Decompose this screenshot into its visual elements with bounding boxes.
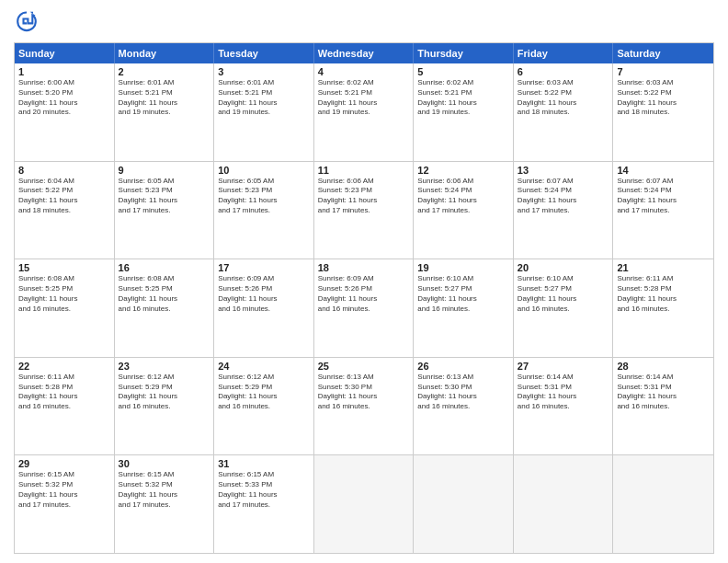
logo-icon	[14, 9, 40, 35]
day-number: 14	[617, 165, 710, 176]
calendar-header: SundayMondayTuesdayWednesdayThursdayFrid…	[15, 43, 713, 63]
day-number: 13	[518, 165, 609, 176]
day-details: Sunrise: 6:01 AM Sunset: 5:21 PM Dayligh…	[119, 78, 210, 118]
calendar-cell: 8Sunrise: 6:04 AM Sunset: 5:22 PM Daylig…	[15, 162, 115, 259]
day-number: 26	[417, 361, 509, 372]
calendar-cell: 20Sunrise: 6:10 AM Sunset: 5:27 PM Dayli…	[514, 259, 614, 357]
page: SundayMondayTuesdayWednesdayThursdayFrid…	[0, 0, 728, 563]
header-day-thursday: Thursday	[414, 43, 514, 63]
day-details: Sunrise: 6:09 AM Sunset: 5:26 PM Dayligh…	[218, 274, 310, 314]
header-day-wednesday: Wednesday	[314, 43, 415, 63]
day-details: Sunrise: 6:13 AM Sunset: 5:30 PM Dayligh…	[318, 373, 410, 412]
day-number: 28	[617, 361, 710, 372]
header-day-sunday: Sunday	[15, 43, 115, 63]
day-details: Sunrise: 6:09 AM Sunset: 5:26 PM Dayligh…	[318, 274, 410, 314]
day-details: Sunrise: 6:08 AM Sunset: 5:25 PM Dayligh…	[18, 274, 110, 314]
calendar-cell: 4Sunrise: 6:02 AM Sunset: 5:21 PM Daylig…	[314, 63, 415, 161]
calendar-cell: 24Sunrise: 6:12 AM Sunset: 5:29 PM Dayli…	[214, 358, 314, 455]
header-day-tuesday: Tuesday	[214, 43, 314, 63]
day-number: 29	[18, 458, 110, 469]
calendar-cell: 25Sunrise: 6:13 AM Sunset: 5:30 PM Dayli…	[314, 358, 415, 455]
day-number: 18	[318, 262, 410, 273]
calendar-cell: 29Sunrise: 6:15 AM Sunset: 5:32 PM Dayli…	[15, 455, 115, 553]
day-details: Sunrise: 6:03 AM Sunset: 5:22 PM Dayligh…	[518, 78, 609, 118]
day-details: Sunrise: 6:04 AM Sunset: 5:22 PM Dayligh…	[18, 177, 110, 216]
calendar-cell: 17Sunrise: 6:09 AM Sunset: 5:26 PM Dayli…	[214, 259, 314, 357]
header-day-monday: Monday	[115, 43, 215, 63]
day-details: Sunrise: 6:05 AM Sunset: 5:23 PM Dayligh…	[218, 177, 310, 216]
day-number: 11	[318, 165, 410, 176]
day-number: 12	[417, 165, 509, 176]
day-number: 30	[119, 458, 210, 469]
day-number: 9	[119, 165, 210, 176]
header-day-friday: Friday	[514, 43, 614, 63]
calendar-cell: 5Sunrise: 6:02 AM Sunset: 5:21 PM Daylig…	[414, 63, 514, 161]
calendar-cell: 30Sunrise: 6:15 AM Sunset: 5:32 PM Dayli…	[115, 455, 215, 553]
day-details: Sunrise: 6:14 AM Sunset: 5:31 PM Dayligh…	[617, 373, 710, 412]
day-details: Sunrise: 6:12 AM Sunset: 5:29 PM Dayligh…	[218, 373, 310, 412]
calendar-cell: 14Sunrise: 6:07 AM Sunset: 5:24 PM Dayli…	[613, 162, 713, 259]
day-number: 8	[18, 165, 110, 176]
day-details: Sunrise: 6:02 AM Sunset: 5:21 PM Dayligh…	[417, 78, 509, 118]
day-number: 4	[318, 66, 410, 77]
calendar-cell: 6Sunrise: 6:03 AM Sunset: 5:22 PM Daylig…	[514, 63, 614, 161]
logo	[14, 9, 43, 35]
day-details: Sunrise: 6:02 AM Sunset: 5:21 PM Dayligh…	[318, 78, 410, 118]
day-number: 3	[218, 66, 310, 77]
calendar-cell	[514, 455, 614, 553]
calendar-row-3: 15Sunrise: 6:08 AM Sunset: 5:25 PM Dayli…	[15, 259, 713, 358]
calendar-cell: 28Sunrise: 6:14 AM Sunset: 5:31 PM Dayli…	[613, 358, 713, 455]
calendar-cell: 27Sunrise: 6:14 AM Sunset: 5:31 PM Dayli…	[514, 358, 614, 455]
calendar-cell: 22Sunrise: 6:11 AM Sunset: 5:28 PM Dayli…	[15, 358, 115, 455]
day-number: 24	[218, 361, 310, 372]
calendar-cell: 26Sunrise: 6:13 AM Sunset: 5:30 PM Dayli…	[414, 358, 514, 455]
day-number: 1	[18, 66, 110, 77]
day-number: 2	[119, 66, 210, 77]
calendar-cell: 2Sunrise: 6:01 AM Sunset: 5:21 PM Daylig…	[115, 63, 215, 161]
day-number: 23	[119, 361, 210, 372]
day-number: 5	[417, 66, 509, 77]
calendar-cell	[613, 455, 713, 553]
day-details: Sunrise: 6:11 AM Sunset: 5:28 PM Dayligh…	[617, 274, 710, 314]
calendar-body: 1Sunrise: 6:00 AM Sunset: 5:20 PM Daylig…	[15, 63, 713, 553]
day-number: 25	[318, 361, 410, 372]
day-details: Sunrise: 6:05 AM Sunset: 5:23 PM Dayligh…	[119, 177, 210, 216]
calendar-row-5: 29Sunrise: 6:15 AM Sunset: 5:32 PM Dayli…	[15, 455, 713, 553]
day-number: 27	[518, 361, 609, 372]
calendar-row-2: 8Sunrise: 6:04 AM Sunset: 5:22 PM Daylig…	[15, 162, 713, 260]
day-number: 6	[518, 66, 609, 77]
day-details: Sunrise: 6:03 AM Sunset: 5:22 PM Dayligh…	[617, 78, 710, 118]
calendar-cell: 1Sunrise: 6:00 AM Sunset: 5:20 PM Daylig…	[15, 63, 115, 161]
day-number: 15	[18, 262, 110, 273]
calendar-cell	[314, 455, 415, 553]
calendar-cell: 18Sunrise: 6:09 AM Sunset: 5:26 PM Dayli…	[314, 259, 415, 357]
calendar-cell: 13Sunrise: 6:07 AM Sunset: 5:24 PM Dayli…	[514, 162, 614, 259]
day-details: Sunrise: 6:00 AM Sunset: 5:20 PM Dayligh…	[18, 78, 110, 118]
day-number: 20	[518, 262, 609, 273]
calendar-row-4: 22Sunrise: 6:11 AM Sunset: 5:28 PM Dayli…	[15, 358, 713, 456]
header-day-saturday: Saturday	[613, 43, 713, 63]
calendar-cell: 10Sunrise: 6:05 AM Sunset: 5:23 PM Dayli…	[214, 162, 314, 259]
day-number: 17	[218, 262, 310, 273]
calendar-cell: 16Sunrise: 6:08 AM Sunset: 5:25 PM Dayli…	[115, 259, 215, 357]
calendar-row-1: 1Sunrise: 6:00 AM Sunset: 5:20 PM Daylig…	[15, 63, 713, 162]
day-details: Sunrise: 6:10 AM Sunset: 5:27 PM Dayligh…	[518, 274, 609, 314]
day-number: 22	[18, 361, 110, 372]
day-details: Sunrise: 6:15 AM Sunset: 5:33 PM Dayligh…	[218, 470, 310, 510]
day-number: 7	[617, 66, 710, 77]
calendar-cell: 9Sunrise: 6:05 AM Sunset: 5:23 PM Daylig…	[115, 162, 215, 259]
day-details: Sunrise: 6:07 AM Sunset: 5:24 PM Dayligh…	[518, 177, 609, 216]
calendar-cell: 19Sunrise: 6:10 AM Sunset: 5:27 PM Dayli…	[414, 259, 514, 357]
day-details: Sunrise: 6:13 AM Sunset: 5:30 PM Dayligh…	[417, 373, 509, 412]
day-number: 10	[218, 165, 310, 176]
calendar-cell: 23Sunrise: 6:12 AM Sunset: 5:29 PM Dayli…	[115, 358, 215, 455]
day-details: Sunrise: 6:12 AM Sunset: 5:29 PM Dayligh…	[119, 373, 210, 412]
day-details: Sunrise: 6:15 AM Sunset: 5:32 PM Dayligh…	[18, 470, 110, 510]
day-details: Sunrise: 6:07 AM Sunset: 5:24 PM Dayligh…	[617, 177, 710, 216]
calendar-cell: 21Sunrise: 6:11 AM Sunset: 5:28 PM Dayli…	[613, 259, 713, 357]
day-details: Sunrise: 6:15 AM Sunset: 5:32 PM Dayligh…	[119, 470, 210, 510]
calendar-cell: 7Sunrise: 6:03 AM Sunset: 5:22 PM Daylig…	[613, 63, 713, 161]
calendar-cell: 3Sunrise: 6:01 AM Sunset: 5:21 PM Daylig…	[214, 63, 314, 161]
day-details: Sunrise: 6:06 AM Sunset: 5:24 PM Dayligh…	[417, 177, 509, 216]
day-details: Sunrise: 6:14 AM Sunset: 5:31 PM Dayligh…	[518, 373, 609, 412]
